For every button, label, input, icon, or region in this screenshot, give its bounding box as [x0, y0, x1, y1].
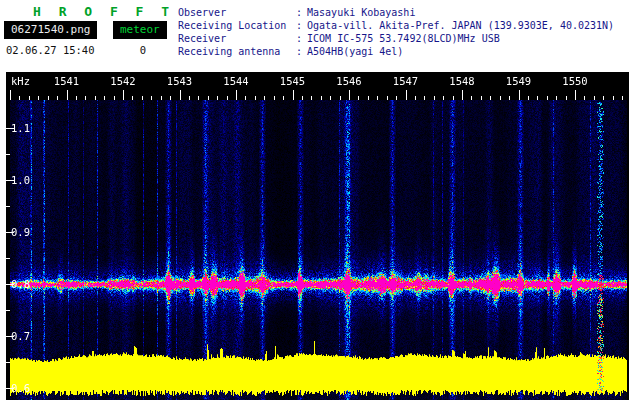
- spectrogram-canvas: [6, 72, 629, 400]
- info-label: Receiving Location: [178, 19, 296, 32]
- header-info: Observer:Masayuki Kobayashi Receiving Lo…: [178, 6, 614, 58]
- info-row-receiver: Receiver:ICOM IC-575 53.7492(8LCD)MHz US…: [178, 32, 614, 45]
- mode-badge: meteor: [113, 21, 167, 39]
- app-title: H R O F F T: [33, 4, 174, 19]
- info-row-observer: Observer:Masayuki Kobayashi: [178, 6, 614, 19]
- info-value: ICOM IC-575 53.7492(8LCD)MHz USB: [307, 33, 500, 44]
- info-label: Receiver: [178, 32, 296, 45]
- datetime-label: 02.06.27 15:40: [6, 44, 95, 56]
- info-value: Ogata-vill. Akita-Pref. JAPAN (139.9303E…: [307, 20, 614, 31]
- info-value: A504HB(yagi 4el): [307, 46, 403, 57]
- meteor-count: 0: [128, 44, 158, 56]
- info-label: Observer: [178, 6, 296, 19]
- info-row-antenna: Receiving antenna:A504HB(yagi 4el): [178, 45, 614, 58]
- info-row-location: Receiving Location:Ogata-vill. Akita-Pre…: [178, 19, 614, 32]
- info-separator: :: [296, 19, 302, 32]
- filename-badge: 06271540.png: [4, 21, 97, 39]
- info-value: Masayuki Kobayashi: [307, 7, 415, 18]
- info-label: Receiving antenna: [178, 45, 296, 58]
- info-separator: :: [296, 6, 302, 19]
- hrofft-screenshot: H R O F F T 06271540.png meteor 02.06.27…: [0, 0, 629, 400]
- info-separator: :: [296, 32, 302, 45]
- info-separator: :: [296, 45, 302, 58]
